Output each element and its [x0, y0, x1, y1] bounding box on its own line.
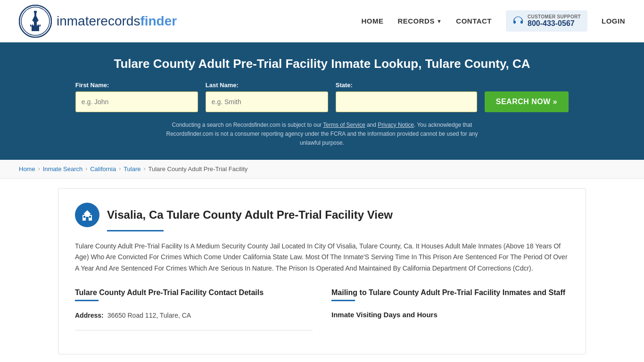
facility-icon — [75, 203, 99, 227]
main-nav: HOME RECORDS ▼ CONTACT CUSTOMER SUPPORT … — [361, 10, 625, 32]
svg-rect-16 — [83, 216, 85, 218]
first-name-label: First Name: — [75, 82, 109, 89]
col-mailing: Mailing to Tulare County Adult Pre-Trial… — [331, 288, 569, 340]
svg-rect-11 — [39, 22, 40, 25]
last-name-input[interactable] — [206, 91, 328, 112]
svg-rect-15 — [86, 217, 89, 221]
breadcrumb-current: Tulare County Adult Pre-Trial Facility — [149, 165, 248, 173]
facility-header: Visalia, Ca Tulare County Adult Pre-Tria… — [75, 203, 569, 227]
first-name-group: First Name: — [75, 82, 198, 112]
visiting-title: Inmate Visiting Days and Hours — [331, 311, 569, 319]
contact-section-underline — [75, 300, 99, 301]
breadcrumb-sep-1: › — [38, 165, 40, 172]
main-content: Visalia, Ca Tulare County Adult Pre-Tria… — [39, 179, 605, 362]
last-name-group: Last Name: — [206, 82, 328, 112]
address-row: Address: 36650 Road 112, Tulare, CA — [75, 311, 313, 321]
building-icon — [81, 208, 94, 222]
last-name-label: Last Name: — [206, 82, 239, 89]
svg-rect-10 — [37, 22, 38, 25]
breadcrumb: Home › Inmate Search › California › Tula… — [0, 160, 644, 179]
breadcrumb-california[interactable]: California — [90, 165, 116, 173]
search-form: First Name: Last Name: State: California… — [19, 82, 625, 112]
address-label: Address: — [75, 311, 104, 321]
headset-icon — [512, 16, 524, 27]
disclaimer-text: Conducting a search on Recordsfinder.com… — [162, 121, 482, 148]
mailing-section-underline — [331, 300, 355, 301]
breadcrumb-tulare[interactable]: Tulare — [124, 165, 140, 173]
logo-area: inmaterecordsfinder — [19, 5, 177, 38]
logo-text: inmaterecordsfinder — [57, 14, 177, 29]
two-col-section: Tulare County Adult Pre-Trial Facility C… — [75, 288, 569, 340]
title-underline — [107, 230, 164, 231]
search-button[interactable]: SEARCH NOW » — [485, 91, 569, 112]
site-header: inmaterecordsfinder HOME RECORDS ▼ CONTA… — [0, 0, 644, 42]
customer-support-box: CUSTOMER SUPPORT 800-433-0567 — [506, 10, 587, 32]
nav-home[interactable]: HOME — [361, 17, 383, 25]
svg-rect-9 — [33, 22, 34, 25]
svg-rect-7 — [34, 11, 37, 13]
contact-section-title: Tulare County Adult Pre-Trial Facility C… — [75, 288, 313, 297]
nav-records[interactable]: RECORDS ▼ — [397, 17, 442, 25]
logo-icon — [19, 5, 52, 38]
privacy-link[interactable]: Privacy Notice — [378, 122, 414, 128]
content-card: Visalia, Ca Tulare County Adult Pre-Tria… — [58, 188, 586, 354]
contact-divider — [75, 330, 313, 330]
state-label: State: — [336, 82, 353, 89]
state-group: State: California — [336, 82, 477, 112]
state-input[interactable]: California — [336, 91, 477, 112]
breadcrumb-sep-3: › — [119, 165, 121, 172]
breadcrumb-home[interactable]: Home — [19, 165, 35, 173]
address-value: 36650 Road 112, Tulare, CA — [107, 311, 191, 321]
breadcrumb-sep-2: › — [85, 165, 87, 172]
nav-login[interactable]: LOGIN — [602, 17, 625, 25]
first-name-input[interactable] — [75, 91, 198, 112]
nav-contact[interactable]: CONTACT — [456, 17, 492, 25]
mailing-section-title: Mailing to Tulare County Adult Pre-Trial… — [331, 288, 569, 297]
terms-link[interactable]: Terms of Service — [323, 122, 365, 128]
col-contact: Tulare County Adult Pre-Trial Facility C… — [75, 288, 313, 340]
breadcrumb-inmate-search[interactable]: Inmate Search — [43, 165, 83, 173]
page-title: Tulare County Adult Pre-Trial Facility I… — [19, 57, 625, 71]
facility-description: Tulare County Adult Pre-Trial Facility I… — [75, 241, 569, 274]
hero-section: Tulare County Adult Pre-Trial Facility I… — [0, 42, 644, 160]
svg-rect-17 — [89, 216, 91, 218]
breadcrumb-sep-4: › — [144, 165, 146, 172]
svg-rect-8 — [31, 22, 32, 25]
support-text: CUSTOMER SUPPORT 800-433-0567 — [528, 14, 581, 28]
facility-title: Visalia, Ca Tulare County Adult Pre-Tria… — [107, 208, 393, 222]
chevron-down-icon: ▼ — [437, 18, 442, 24]
svg-marker-14 — [83, 210, 91, 214]
